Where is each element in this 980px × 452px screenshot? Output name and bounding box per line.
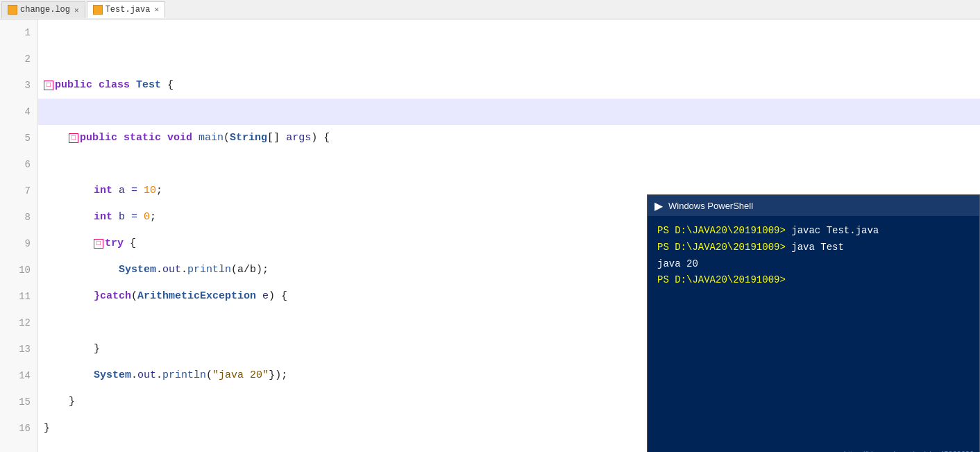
token-method-line-10: println bbox=[187, 257, 231, 283]
token-normal-line-7: a = bbox=[119, 178, 144, 204]
code-line-5: □public static void main(String[] args) … bbox=[38, 125, 980, 151]
tab-changelog-close[interactable]: ✕ bbox=[74, 6, 79, 15]
tab-testjava-close[interactable]: ✕ bbox=[154, 5, 159, 14]
empty-line-6 bbox=[44, 151, 50, 178]
token-punctuation-line-16: } bbox=[44, 415, 50, 442]
token-class-name-line-5: String bbox=[230, 125, 267, 151]
token-punctuation-line-13: } bbox=[94, 336, 100, 362]
token-punctuation-line-7: ; bbox=[156, 178, 162, 204]
line-number-5: 5 bbox=[0, 125, 37, 151]
token-kw-public-line-5: public bbox=[80, 125, 124, 151]
token-string-line-14: "java 20" bbox=[212, 362, 269, 389]
ps-line-3: PS D:\JAVA20\20191009> bbox=[657, 272, 970, 289]
ps-prompt-3: PS D:\JAVA20\20191009> bbox=[657, 274, 786, 285]
token-class-name-line-3: Test bbox=[136, 72, 167, 99]
token-method-line-5: main bbox=[198, 125, 223, 151]
indent-line-15 bbox=[44, 389, 69, 415]
token-punctuation-line-8: ; bbox=[150, 204, 156, 231]
line-number-9: 9 bbox=[0, 231, 37, 257]
ps-title-bar: ▶ Windows PowerShell bbox=[648, 195, 979, 216]
indent-line-11 bbox=[44, 283, 94, 310]
ps-content: PS D:\JAVA20\20191009> javac Test.javaPS… bbox=[648, 216, 979, 449]
tab-changelog[interactable]: change.log ✕ bbox=[1, 1, 85, 18]
token-normal-line-5: args bbox=[286, 125, 311, 151]
indent-line-10 bbox=[44, 257, 119, 283]
code-line-6 bbox=[38, 151, 980, 178]
indent-line-8 bbox=[44, 204, 94, 231]
line-number-16: 16 bbox=[0, 415, 37, 442]
line-number-2: 2 bbox=[0, 46, 37, 72]
code-line-1 bbox=[38, 19, 980, 46]
token-punctuation-line-3: { bbox=[167, 72, 174, 99]
line-number-8: 8 bbox=[0, 204, 37, 231]
token-kw-int-line-8: int bbox=[94, 204, 119, 231]
line-number-10: 10 bbox=[0, 257, 37, 283]
code-line-2 bbox=[38, 46, 980, 72]
powershell-window: ▶ Windows PowerShell PS D:\JAVA20\201910… bbox=[647, 194, 980, 452]
ps-line-1: PS D:\JAVA20\20191009> java Test bbox=[657, 240, 970, 256]
token-punctuation-line-14: }); bbox=[269, 362, 287, 389]
token-kw-catch-line-11: }catch bbox=[94, 283, 131, 310]
empty-line-2 bbox=[44, 46, 50, 72]
token-kw-public-line-3: public bbox=[55, 72, 99, 99]
token-normal-line-8: b = bbox=[119, 204, 144, 231]
token-punctuation-line-5: ) { bbox=[311, 125, 330, 151]
token-punctuation-line-11: ( bbox=[131, 283, 137, 310]
token-method-line-14: println bbox=[162, 362, 206, 389]
tab-bar: change.log ✕ Test.java ✕ bbox=[0, 0, 980, 19]
token-exception-class-line-11: ArithmeticException bbox=[137, 283, 262, 310]
token-kw-void-line-5: void bbox=[167, 125, 198, 151]
indent-line-13 bbox=[44, 336, 94, 362]
token-normal-line-14: out bbox=[137, 362, 156, 389]
line-number-12: 12 bbox=[0, 310, 37, 336]
line-number-4: 4 bbox=[0, 99, 37, 125]
ps-prompt-1: PS D:\JAVA20\20191009> bbox=[657, 242, 791, 253]
ps-title-label: Windows PowerShell bbox=[668, 201, 753, 211]
line-number-14: 14 bbox=[0, 362, 37, 389]
token-punctuation-line-11: ) { bbox=[269, 283, 287, 310]
token-punctuation-line-5: [] bbox=[267, 125, 286, 151]
token-punctuation-line-14: . bbox=[131, 362, 137, 389]
empty-line-4 bbox=[44, 99, 50, 125]
editor-area: 12345678910111213141516 □public class Te… bbox=[0, 19, 980, 452]
token-punctuation-line-9: { bbox=[130, 231, 136, 257]
token-class-name-line-14: System bbox=[94, 362, 131, 389]
ps-cmd-0: javac Test.java bbox=[791, 225, 879, 236]
tab-testjava-label: Test.java bbox=[105, 5, 151, 15]
line-number-1: 1 bbox=[0, 19, 37, 46]
line-number-15: 15 bbox=[0, 389, 37, 415]
ps-footer: https://blog.csdn.net/weixin_45662626 bbox=[648, 449, 979, 452]
token-punctuation-line-10: (a/b); bbox=[231, 257, 269, 283]
line-number-3: 3 bbox=[0, 72, 37, 99]
token-normal-line-10: out bbox=[162, 257, 181, 283]
collapse-marker-line-9[interactable]: □ bbox=[94, 239, 103, 249]
token-number-line-8: 0 bbox=[144, 204, 150, 231]
token-punctuation-line-14: ( bbox=[206, 362, 212, 389]
empty-line-12 bbox=[44, 310, 50, 336]
line-number-7: 7 bbox=[0, 178, 37, 204]
token-punctuation-line-15: } bbox=[69, 389, 75, 415]
collapse-marker-line-3[interactable]: □ bbox=[44, 81, 53, 90]
ps-cmd-2: java 20 bbox=[657, 258, 698, 269]
collapse-marker-line-5[interactable]: □ bbox=[69, 133, 78, 143]
code-line-4 bbox=[38, 99, 980, 125]
code-line-3: □public class Test { bbox=[38, 72, 980, 99]
indent-line-7 bbox=[44, 178, 94, 204]
token-kw-class-line-3: class bbox=[99, 72, 136, 99]
ps-line-0: PS D:\JAVA20\20191009> javac Test.java bbox=[657, 223, 970, 240]
line-number-11: 11 bbox=[0, 283, 37, 310]
ps-icon: ▶ bbox=[654, 199, 663, 212]
ps-line-2: java 20 bbox=[657, 256, 970, 273]
indent-line-9 bbox=[44, 231, 94, 257]
indent-line-5 bbox=[44, 125, 69, 151]
indent-line-14 bbox=[44, 362, 94, 389]
token-punctuation-line-10: . bbox=[181, 257, 187, 283]
tab-testjava[interactable]: Test.java ✕ bbox=[87, 1, 165, 18]
line-number-6: 6 bbox=[0, 151, 37, 178]
token-class-name-line-10: System bbox=[119, 257, 156, 283]
testjava-file-icon bbox=[93, 5, 103, 15]
token-kw-try-line-9: try bbox=[105, 231, 130, 257]
token-kw-int-line-7: int bbox=[94, 178, 119, 204]
token-punctuation-line-14: . bbox=[156, 362, 162, 389]
changelog-file-icon bbox=[8, 5, 17, 15]
